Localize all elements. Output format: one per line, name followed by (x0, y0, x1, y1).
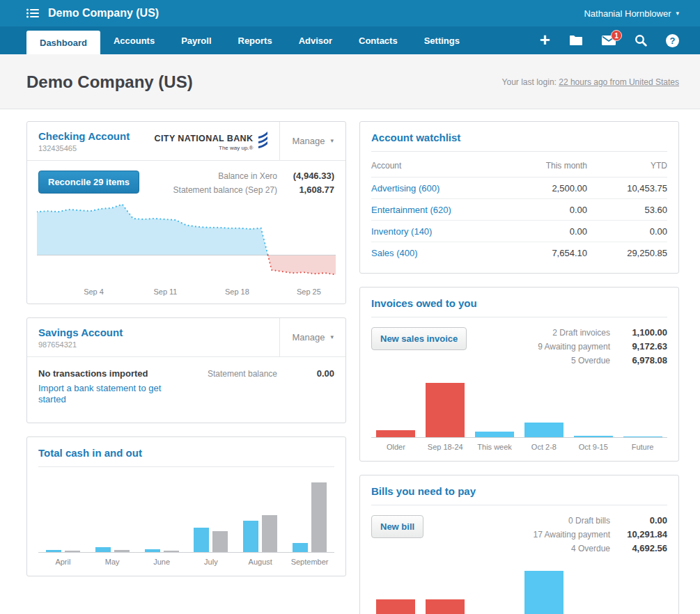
draft-bills-value: 0.00 (610, 515, 667, 526)
watchlist-account-link[interactable]: Advertising (600) (371, 183, 440, 194)
checking-account-card: Checking Account 132435465 CITY NATIONAL… (26, 121, 346, 304)
draft-bills-label: 0 Draft bills (568, 516, 610, 526)
overdue-label: 5 Overdue (571, 356, 610, 365)
watchlist-title: Account watchlist (371, 132, 667, 143)
overdue-row: 4 Overdue 4,692.56 (533, 543, 667, 553)
savings-statement-label: Statement balance (208, 369, 277, 379)
table-row: Inventory (140) 0.00 0.00 (371, 221, 667, 242)
no-transactions-text: No transactions imported (38, 368, 174, 379)
tab-dashboard[interactable]: Dashboard (26, 31, 100, 54)
invoices-owed-card: Invoices owed to you New sales invoice 2… (359, 287, 679, 462)
table-row: Entertainment (620) 0.00 53.60 (371, 199, 667, 221)
overdue-label: 4 Overdue (571, 544, 610, 553)
table-row: Sales (400) 7,654.10 29,250.85 (371, 242, 667, 264)
watchlist-col-account: Account (371, 153, 493, 178)
user-menu[interactable]: Nathanial Hornblower ▾ (584, 8, 679, 19)
statement-balance-value: 1,608.77 (277, 184, 334, 195)
awaiting-payment-value: 10,291.84 (610, 529, 667, 540)
bank-logo: CITY NATIONAL BANK The way up.® (155, 131, 280, 152)
import-statement-link[interactable]: Import a bank statement to get started (38, 383, 174, 406)
search-icon[interactable] (635, 34, 647, 47)
total-cash-card: Total cash in and out AprilMayJuneJulyAu… (26, 436, 346, 576)
new-bill-button[interactable]: New bill (371, 515, 423, 538)
watchlist-account-link[interactable]: Sales (400) (371, 248, 417, 258)
savings-card-body: No transactions imported Import a bank s… (27, 357, 345, 423)
menu-list-icon[interactable] (26, 8, 39, 18)
overdue-value: 6,978.08 (610, 355, 667, 365)
checking-title-block: Checking Account 132435465 (27, 122, 141, 160)
left-column: Checking Account 132435465 CITY NATIONAL… (26, 121, 346, 576)
watchlist-month-value: 0.00 (493, 199, 587, 221)
bills-title: Bills you need to pay (371, 485, 667, 497)
draft-invoices-label: 2 Draft invoices (552, 328, 610, 338)
awaiting-payment-row: 17 Awaiting payment 10,291.84 (533, 529, 667, 540)
topbar-company-name: Demo Company (US) (48, 7, 159, 19)
watchlist-ytd-value: 53.60 (587, 199, 667, 221)
watchlist-col-month: This month (493, 153, 587, 178)
balance-in-xero-label: Balance in Xero (218, 171, 277, 181)
overdue-row: 5 Overdue 6,978.08 (538, 355, 667, 365)
invoices-stats: 2 Draft invoices 1,100.00 9 Awaiting pay… (538, 327, 667, 365)
tab-accounts[interactable]: Accounts (100, 26, 168, 54)
watchlist-month-value: 7,654.10 (493, 242, 587, 264)
watchlist-col-ytd: YTD (587, 153, 667, 178)
watchlist-account-link[interactable]: Inventory (140) (371, 226, 432, 237)
balance-in-xero-value: (4,946.33) (277, 171, 334, 181)
cash-in-out-chart: AprilMayJuneJulyAugustSeptember (38, 480, 334, 566)
savings-account-card: Savings Account 987654321 Manage ▾ No tr… (26, 317, 346, 423)
checking-manage-menu[interactable]: Manage ▾ (279, 122, 345, 160)
bills-summary-row: New bill 0 Draft bills 0.00 17 Awaiting … (371, 515, 667, 553)
tab-contacts[interactable]: Contacts (345, 26, 411, 54)
page-header: Demo Company (US) Your last login: 22 ho… (0, 54, 700, 109)
user-name: Nathanial Hornblower (584, 8, 671, 19)
tab-payroll[interactable]: Payroll (168, 26, 224, 54)
help-icon[interactable]: ? (666, 34, 679, 47)
tab-settings[interactable]: Settings (411, 26, 473, 54)
bank-emblem-icon (258, 131, 268, 152)
tab-reports[interactable]: Reports (225, 26, 286, 54)
folder-icon[interactable] (569, 35, 583, 46)
reconcile-button[interactable]: Reconcile 29 items (38, 171, 139, 194)
divider (38, 466, 334, 467)
awaiting-payment-label: 9 Awaiting payment (538, 342, 610, 352)
checking-account-link[interactable]: Checking Account (38, 130, 130, 142)
watchlist-month-value: 2,500.00 (493, 178, 587, 199)
watchlist-account-link[interactable]: Entertainment (620) (371, 205, 451, 215)
savings-statement-value: 0.00 (277, 368, 334, 379)
draft-bills-row: 0 Draft bills 0.00 (533, 515, 667, 526)
invoices-owed-chart: OlderSep 18-24This weekOct 2-8Oct 9-15Fu… (371, 381, 667, 451)
bank-name: CITY NATIONAL BANK (155, 134, 254, 143)
watchlist-ytd-value: 29,250.85 (587, 242, 667, 264)
checking-account-number: 132435465 (38, 144, 130, 152)
statement-balance-row: Statement balance (Sep 27) 1,608.77 (173, 184, 334, 195)
watchlist-month-value: 0.00 (493, 221, 587, 242)
mail-badge: 1 (611, 30, 622, 41)
checking-balances: Balance in Xero (4,946.33) Statement bal… (173, 171, 334, 195)
tab-advisor[interactable]: Advisor (286, 26, 345, 54)
awaiting-payment-value: 9,172.63 (610, 341, 667, 352)
savings-account-link[interactable]: Savings Account (38, 326, 123, 338)
checking-balance-chart: Sep 4Sep 11Sep 18Sep 25 (37, 199, 336, 298)
mail-icon[interactable]: 1 (602, 36, 616, 45)
account-watchlist-card: Account watchlist Account This month YTD… (359, 121, 679, 274)
watchlist-ytd-value: 0.00 (587, 221, 667, 242)
draft-invoices-value: 1,100.00 (610, 327, 667, 338)
last-login-link[interactable]: 22 hours ago from United States (559, 77, 679, 87)
last-login: Your last login: 22 hours ago from Unite… (502, 77, 679, 87)
awaiting-payment-label: 17 Awaiting payment (533, 530, 610, 540)
main-nav: Dashboard Accounts Payroll Reports Advis… (0, 26, 700, 54)
overdue-value: 4,692.56 (610, 543, 667, 553)
invoices-summary-row: New sales invoice 2 Draft invoices 1,100… (371, 327, 667, 365)
plus-icon[interactable]: + (540, 31, 550, 49)
chevron-down-icon: ▾ (676, 10, 679, 17)
savings-manage-menu[interactable]: Manage ▾ (279, 318, 345, 356)
savings-title-block: Savings Account 987654321 (27, 318, 134, 356)
nav-icon-group: + 1 ? (540, 26, 679, 54)
bills-stats: 0 Draft bills 0.00 17 Awaiting payment 1… (533, 515, 667, 553)
savings-import-block: No transactions imported Import a bank s… (38, 368, 174, 406)
savings-account-number: 987654321 (38, 340, 123, 349)
new-sales-invoice-button[interactable]: New sales invoice (371, 327, 467, 350)
divider (371, 151, 667, 152)
savings-card-header: Savings Account 987654321 Manage ▾ (27, 318, 345, 357)
divider (371, 505, 667, 505)
